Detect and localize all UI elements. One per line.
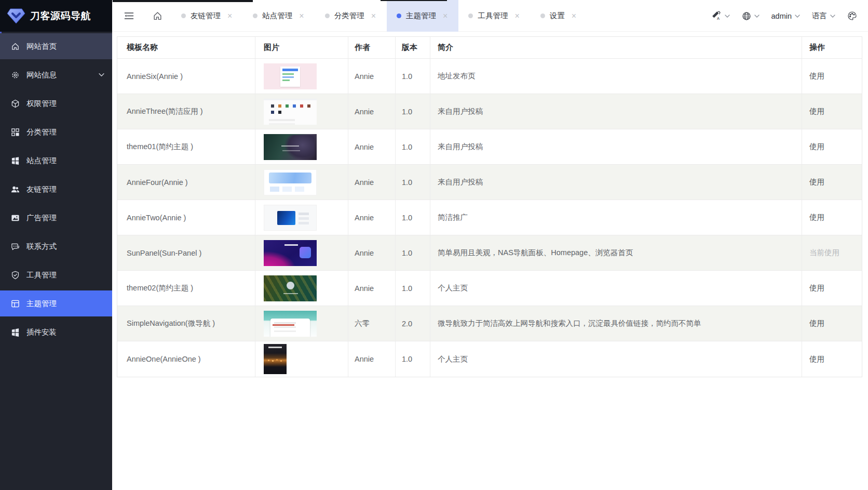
sidebar-item-ads[interactable]: 广告管理	[0, 205, 112, 231]
sidebar-item-label: 插件安装	[26, 327, 57, 337]
sidebar-item-tools[interactable]: 工具管理	[0, 262, 112, 288]
template-thumbnail	[264, 275, 317, 301]
tab-themes[interactable]: 主题管理 ×	[387, 0, 458, 32]
skin-switch-dropdown[interactable]: A	[709, 11, 733, 21]
language-label: 语言	[812, 11, 827, 21]
close-icon[interactable]: ×	[298, 11, 305, 21]
table-row: AnnieTwo(Annie ) Annie 1.0 简洁推广 使用	[117, 200, 862, 235]
template-desc: 来自用户投稿	[430, 94, 802, 129]
template-image-cell	[255, 165, 348, 200]
template-version: 1.0	[396, 271, 430, 306]
template-author: Annie	[348, 341, 396, 377]
sidebar-item-friend-links[interactable]: 友链管理	[0, 176, 112, 202]
close-icon[interactable]: ×	[370, 11, 377, 21]
user-dropdown[interactable]: admin	[769, 12, 803, 20]
use-theme-button[interactable]: 使用	[809, 142, 824, 152]
menu-fold-icon	[124, 12, 134, 20]
column-header-image: 图片	[255, 37, 348, 58]
template-name: SimpleNavigation(微导航 )	[117, 306, 255, 341]
table-row: AnnieFour(Annie ) Annie 1.0 来自用户投稿 使用	[117, 165, 862, 200]
use-theme-button[interactable]: 使用	[809, 107, 824, 116]
tab-label: 工具管理	[478, 11, 508, 21]
template-image-cell	[255, 341, 348, 377]
sidebar-item-contact[interactable]: 联系方式	[0, 233, 112, 259]
table-row: SunPanel(Sun-Panel ) Annie 1.0 简单易用且美观，N…	[117, 235, 862, 271]
tab-settings[interactable]: 设置 ×	[531, 0, 587, 32]
theme-palette-button[interactable]	[845, 11, 860, 21]
template-thumbnail	[264, 311, 317, 337]
layout-icon	[11, 299, 20, 308]
gear-icon	[11, 71, 20, 80]
tab-dot	[325, 14, 330, 18]
sidebar-item-site-info[interactable]: 网站信息	[0, 62, 112, 88]
close-icon[interactable]: ×	[226, 11, 233, 21]
network-dropdown[interactable]	[739, 11, 762, 21]
collapse-sidebar-button[interactable]	[123, 0, 135, 32]
sidebar-item-label: 网站首页	[26, 42, 57, 51]
template-thumbnail	[264, 63, 317, 89]
use-theme-button[interactable]: 使用	[809, 71, 824, 81]
brand-area: 刀客源码导航	[0, 0, 112, 32]
template-author: Annie	[348, 59, 396, 94]
sidebar-item-label: 工具管理	[26, 270, 57, 280]
sidebar-item-permissions[interactable]: 权限管理	[0, 90, 112, 116]
template-author: Annie	[348, 165, 396, 200]
tab-dot	[253, 14, 257, 18]
home-button[interactable]	[151, 0, 164, 32]
sidebar-item-sites[interactable]: 站点管理	[0, 148, 112, 174]
tab-friend-links[interactable]: 友链管理 ×	[171, 0, 243, 32]
sidebar-menu: 网站首页 网站信息 权限管理 分类管理 站点管理 友链管理	[0, 32, 112, 345]
language-dropdown[interactable]: 语言	[809, 11, 838, 21]
close-icon[interactable]: ×	[513, 11, 520, 21]
sidebar-item-site-home[interactable]: 网站首页	[0, 33, 112, 59]
table-row: AnnieSix(Annie ) Annie 1.0 地址发布页 使用	[117, 59, 862, 94]
table-row: AnnieOne(AnnieOne ) Annie 1.0 个人主页 使用	[117, 341, 862, 377]
chevron-down-icon	[754, 15, 760, 18]
sidebar-item-themes[interactable]: 主题管理	[0, 290, 112, 316]
gem-logo-icon	[7, 8, 25, 24]
table-row: theme01(简约主题 ) Annie 1.0 来自用户投稿 使用	[117, 129, 862, 165]
close-icon[interactable]: ×	[442, 11, 449, 21]
sidebar-item-plugins[interactable]: 插件安装	[0, 319, 112, 345]
template-thumbnail	[264, 169, 317, 195]
grid-icon	[11, 128, 20, 137]
template-version: 1.0	[396, 200, 430, 235]
tab-categories[interactable]: 分类管理 ×	[315, 0, 387, 32]
tab-label: 站点管理	[262, 11, 292, 21]
use-theme-button[interactable]: 使用	[809, 319, 824, 328]
use-theme-button[interactable]: 使用	[809, 354, 824, 364]
template-version: 1.0	[396, 59, 430, 94]
table-row: theme02(简约主题 ) Annie 1.0 个人主页 使用	[117, 271, 862, 306]
template-thumbnail	[264, 134, 317, 160]
skin-brush-icon: A	[712, 11, 722, 21]
template-desc: 简单易用且美观，NAS导航面板、Homepage、浏览器首页	[430, 235, 802, 270]
tab-sites[interactable]: 站点管理 ×	[243, 0, 315, 32]
plugin-icon	[11, 328, 20, 337]
use-theme-button[interactable]: 使用	[809, 213, 824, 222]
close-icon[interactable]: ×	[571, 11, 577, 21]
template-image-cell	[255, 200, 348, 235]
table-header-row: 模板名称 图片 作者 版本 简介 操作	[117, 37, 862, 59]
use-theme-button[interactable]: 使用	[809, 177, 824, 187]
template-image-cell	[255, 271, 348, 306]
chevron-down-icon	[795, 15, 800, 18]
template-author: Annie	[348, 94, 396, 129]
template-thumbnail	[264, 344, 287, 374]
sidebar-item-label: 分类管理	[26, 127, 57, 137]
template-author: Annie	[348, 129, 396, 164]
sidebar-item-categories[interactable]: 分类管理	[0, 119, 112, 145]
template-author: 六零	[348, 306, 396, 341]
template-image-cell	[255, 306, 348, 341]
template-author: Annie	[348, 235, 396, 270]
column-header-desc: 简介	[430, 37, 802, 58]
tab-tools[interactable]: 工具管理 ×	[458, 0, 530, 32]
windows-icon	[11, 156, 20, 165]
template-image-cell	[255, 94, 348, 129]
themes-table: 模板名称 图片 作者 版本 简介 操作 AnnieSix(Annie ) Ann…	[117, 36, 862, 377]
column-header-version: 版本	[396, 37, 430, 58]
tab-label: 主题管理	[406, 11, 436, 21]
table-row: SimpleNavigation(微导航 ) 六零 2.0 微导航致力于简洁高效…	[117, 306, 862, 341]
template-image-cell	[255, 235, 348, 270]
use-theme-button[interactable]: 使用	[809, 283, 824, 293]
template-desc: 个人主页	[430, 341, 802, 377]
